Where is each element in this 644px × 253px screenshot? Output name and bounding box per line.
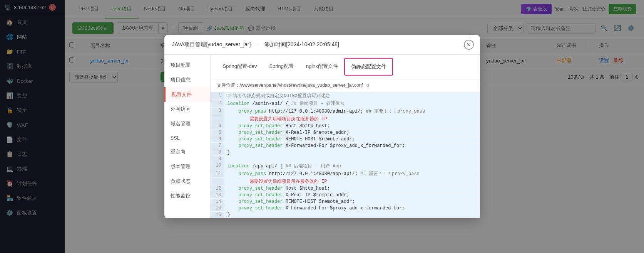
- modal-nav-project-info[interactable]: 项目信息: [164, 73, 210, 87]
- modal-close-button[interactable]: ✕: [464, 40, 474, 50]
- modal-nav-version[interactable]: 版本管理: [164, 159, 210, 174]
- code-line-8: 8 }: [211, 149, 480, 155]
- code-line-9: 9: [211, 155, 480, 162]
- code-line-3b: 需要设置为后端项目所在服务器的 IP: [211, 115, 480, 123]
- tab-nginx[interactable]: nginx配置文件: [300, 58, 344, 75]
- code-line-5: 5 proxy_set_header X-Real-IP $remote_add…: [211, 129, 480, 136]
- code-line-10: 10 location /app-api/ { ## 后端项目 - 用户 App: [211, 162, 480, 170]
- code-line-1: 1 # 请将伪静态规则或自定义NGINX配置填写到此处: [211, 92, 480, 100]
- code-line-16: 16 }: [211, 211, 480, 218]
- modal-nav-config-file[interactable]: 配置文件: [164, 87, 210, 102]
- modal-main-content: Spring配置-dev Spring配置 nginx配置文件 伪静态配置文件 …: [211, 55, 480, 218]
- modal-body: 项目配置 项目信息 配置文件 外网访问 域名管理 SSL 重定向 版本管理 负载…: [164, 55, 480, 218]
- modal-header: JAVA项目管理[yudao_server_jar] —— 添加时间[2024-…: [164, 35, 480, 55]
- modal-nav-perf[interactable]: 性能监控: [164, 189, 210, 203]
- modal-tabs: Spring配置-dev Spring配置 nginx配置文件 伪静态配置文件: [211, 55, 480, 79]
- code-line-6: 6 proxy_set_header REMOTE-HOST $remote_a…: [211, 136, 480, 142]
- code-line-11b: 需要设置为后端项目所在服务器的 IP: [211, 177, 480, 185]
- file-path-bar: 文件位置：/www/server/panel/vhost/rewrite/jav…: [211, 79, 480, 92]
- tab-spring-dev[interactable]: Spring配置-dev: [217, 58, 263, 75]
- code-line-15: 15 proxy_set_header X-Forwarded-For $pro…: [211, 205, 480, 211]
- code-line-14: 14 proxy_set_header REMOTE-HOST $remote_…: [211, 198, 480, 205]
- code-line-13: 13 proxy_set_header X-Real-IP $remote_ad…: [211, 192, 480, 198]
- modal-sidebar-nav: 项目配置 项目信息 配置文件 外网访问 域名管理 SSL 重定向 版本管理 负载…: [164, 55, 211, 218]
- code-editor[interactable]: 1 # 请将伪静态规则或自定义NGINX配置填写到此处 2 location /…: [211, 92, 480, 218]
- code-line-3: 3 proxy_pass http://127.0.0.1:48080/admi…: [211, 107, 480, 115]
- modal-nav-project-config[interactable]: 项目配置: [164, 58, 210, 73]
- modal-nav-external-access[interactable]: 外网访问: [164, 102, 210, 116]
- code-line-11: 11 proxy_pass http://127.0.0.1:48080/app…: [211, 170, 480, 177]
- file-path-text: 文件位置：/www/server/panel/vhost/rewrite/jav…: [217, 82, 363, 89]
- modal-nav-ssl[interactable]: SSL: [164, 131, 210, 145]
- modal-title: JAVA项目管理[yudao_server_jar] —— 添加时间[2024-…: [172, 41, 339, 47]
- copy-icon[interactable]: ⧉: [366, 83, 370, 88]
- code-line-7: 7 proxy_set_header X-Forwarded-For $prox…: [211, 142, 480, 149]
- modal-overlay: JAVA项目管理[yudao_server_jar] —— 添加时间[2024-…: [0, 0, 644, 253]
- code-line-4: 4 proxy_set_header Host $http_host;: [211, 123, 480, 129]
- modal-dialog: JAVA项目管理[yudao_server_jar] —— 添加时间[2024-…: [164, 35, 480, 218]
- code-line-2: 2 location /admin-api/ { ## 后端项目 - 管理后台: [211, 100, 480, 107]
- modal-nav-redirect[interactable]: 重定向: [164, 145, 210, 159]
- tab-spring[interactable]: Spring配置: [263, 58, 300, 75]
- code-line-12: 12 proxy_set_header Host $http_host;: [211, 185, 480, 192]
- code-table: 1 # 请将伪静态规则或自定义NGINX配置填写到此处 2 location /…: [211, 92, 480, 218]
- modal-nav-load[interactable]: 负载状态: [164, 174, 210, 189]
- tab-static-config[interactable]: 伪静态配置文件: [344, 58, 393, 76]
- modal-nav-domain[interactable]: 域名管理: [164, 116, 210, 131]
